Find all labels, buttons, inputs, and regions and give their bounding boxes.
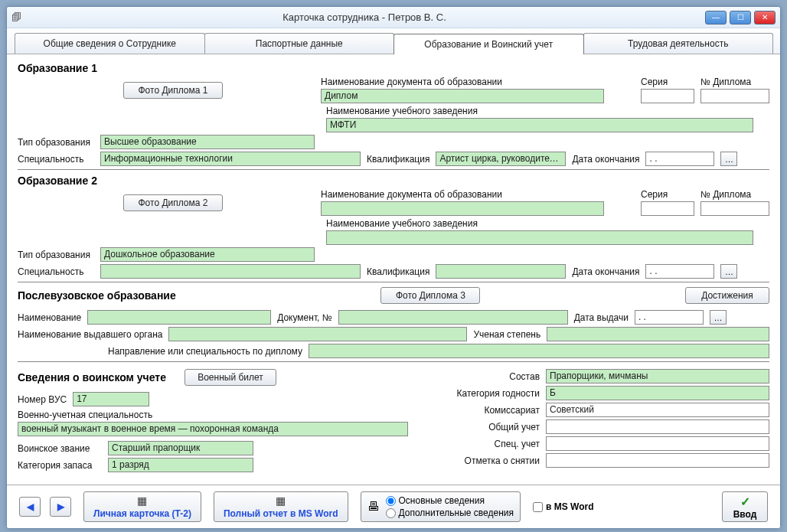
edu2-date-picker-button[interactable]: … xyxy=(720,264,737,279)
opt-basic[interactable]: Основные сведения xyxy=(386,495,514,506)
edu1-end-field[interactable]: . . xyxy=(645,152,714,166)
mil-rank-field[interactable]: Старший прапорщик xyxy=(108,441,253,455)
edu2-photo-button[interactable]: Фото Диплома 2 xyxy=(123,194,223,211)
post-date-picker-button[interactable]: … xyxy=(710,310,727,325)
post-issue-field[interactable]: . . xyxy=(635,310,704,325)
post-name-field[interactable] xyxy=(87,310,271,325)
edu1-date-picker-button[interactable]: … xyxy=(720,152,737,166)
titlebar: 🗐 Карточка сотрудника - Петров В. С. — ☐… xyxy=(7,7,780,28)
edu2-spec-field[interactable] xyxy=(100,264,361,279)
mil-gen-label: Общий учет xyxy=(448,422,540,432)
app-icon: 🗐 xyxy=(11,11,24,24)
post-dir-label: Направление или специальность по диплому xyxy=(108,346,302,357)
mil-sostav-label: Состав xyxy=(448,371,540,382)
mil-komis-label: Комиссариат xyxy=(448,405,540,416)
post-name-label: Наименование xyxy=(18,312,81,323)
edu2-qual-field[interactable] xyxy=(436,264,566,279)
maximize-button[interactable]: ☐ xyxy=(730,11,751,24)
edu2-number-field[interactable] xyxy=(700,201,769,216)
post-organ-label: Наименование выдавшего органа xyxy=(18,329,162,340)
edu1-photo-button[interactable]: Фото Диплома 1 xyxy=(123,82,223,99)
post-photo-button[interactable]: Фото Диплома 3 xyxy=(380,287,480,304)
mil-mark-label: Отметка о снятии xyxy=(448,455,540,466)
document-icon: ▦ xyxy=(137,494,147,507)
check-icon: ✓ xyxy=(740,494,750,509)
prev-button[interactable]: ◀ xyxy=(19,497,41,517)
personal-card-button[interactable]: ▦ Личная карточка (T-2) xyxy=(83,491,201,522)
edu1-end-label: Дата окончания xyxy=(572,154,639,165)
post-head: Послевузовское образование xyxy=(18,289,176,302)
edu1-series-label: Серия xyxy=(641,77,694,87)
window-title: Карточка сотрудника - Петров В. С. xyxy=(24,11,705,23)
edu1-doc-field[interactable]: Диплом xyxy=(321,89,604,103)
edu2-series-field[interactable] xyxy=(641,201,694,216)
edu2-inst-label: Наименование учебного заведения xyxy=(326,218,769,229)
edu1-series-field[interactable] xyxy=(641,89,694,103)
post-organ-field[interactable] xyxy=(168,327,467,341)
mil-vusspec-field[interactable]: военный музыкант в военное время — похор… xyxy=(18,422,408,436)
mil-spec-field[interactable] xyxy=(546,436,769,451)
edu1-doc-label: Наименование документа об образовании xyxy=(321,77,635,87)
mil-head: Сведения о воинском учете xyxy=(18,371,166,383)
mil-sostav-field[interactable]: Прапорщики, мичманы xyxy=(546,369,769,383)
edu2-head: Образование 2 xyxy=(18,175,769,187)
post-degree-label: Ученая степень xyxy=(473,329,540,340)
printer-icon: 🖶 xyxy=(367,500,380,514)
edu2-type-label: Тип образования xyxy=(18,250,94,260)
opt-additional[interactable]: Дополнительные сведения xyxy=(386,508,514,518)
tab-general[interactable]: Общие сведения о Сотруднике xyxy=(15,33,205,54)
tab-passport[interactable]: Паспортные данные xyxy=(204,33,395,54)
radio-basic[interactable] xyxy=(386,496,396,506)
mil-komis-field[interactable]: Советский xyxy=(546,403,769,417)
mil-vus-field[interactable]: 17 xyxy=(73,392,149,406)
mil-fit-label: Категория годности xyxy=(448,388,540,399)
mil-spec-label: Спец. учет xyxy=(448,439,540,449)
edu2-end-field[interactable]: . . xyxy=(645,264,714,279)
window: 🗐 Карточка сотрудника - Петров В. С. — ☐… xyxy=(6,6,781,529)
post-degree-field[interactable] xyxy=(547,327,769,341)
enter-button[interactable]: ✓ Ввод xyxy=(722,491,768,522)
edu2-type-field[interactable]: Дошкольное образование xyxy=(100,247,315,262)
edu1-qual-field[interactable]: Артист цирка, руководитель и xyxy=(436,152,566,166)
msword-checkbox-label[interactable]: в MS Word xyxy=(533,501,593,512)
post-docnum-field[interactable] xyxy=(338,310,568,325)
mil-ticket-button[interactable]: Военный билет xyxy=(185,369,276,386)
bottom-bar: ◀ ▶ ▦ Личная карточка (T-2) ▦ Полный отч… xyxy=(7,485,780,528)
enter-label: Ввод xyxy=(733,509,757,520)
mil-reserve-field[interactable]: 1 разряд xyxy=(108,458,253,472)
edu1-number-label: № Диплома xyxy=(700,77,769,87)
report-options-group: 🖶 Основные сведения Дополнительные сведе… xyxy=(361,491,521,522)
edu1-spec-label: Специальность xyxy=(18,154,94,165)
edu1-spec-field[interactable]: Информационные технологии xyxy=(100,152,361,166)
minimize-button[interactable]: — xyxy=(705,11,727,24)
full-report-label: Полный отчет в MS Word xyxy=(224,508,338,519)
achievements-button[interactable]: Достижения xyxy=(685,287,769,304)
edu1-head: Образование 1 xyxy=(18,62,769,74)
edu1-qual-label: Квалификация xyxy=(367,154,429,165)
mil-mark-field[interactable] xyxy=(546,453,769,468)
tab-education[interactable]: Образование и Воинский учет xyxy=(394,34,584,54)
mil-gen-field[interactable] xyxy=(546,419,769,434)
edu2-doc-field[interactable] xyxy=(321,201,604,216)
edu2-doc-label: Наименование документа об образовании xyxy=(321,189,635,200)
edu2-number-label: № Диплома xyxy=(700,189,769,200)
edu1-number-field[interactable] xyxy=(700,89,769,103)
post-dir-field[interactable] xyxy=(309,344,769,358)
document-icon: ▦ xyxy=(276,494,286,507)
msword-checkbox[interactable] xyxy=(533,502,543,512)
tabs: Общие сведения о Сотруднике Паспортные д… xyxy=(7,28,780,54)
edu1-inst-field[interactable]: МФТИ xyxy=(326,118,753,132)
mil-fit-field[interactable]: Б xyxy=(546,386,769,400)
edu2-inst-field[interactable] xyxy=(326,230,753,245)
mil-rank-label: Воинское звание xyxy=(18,443,102,454)
edu1-type-field[interactable]: Высшее образование xyxy=(100,135,315,149)
tab-work[interactable]: Трудовая деятельность xyxy=(583,33,774,54)
mil-reserve-label: Категория запаса xyxy=(18,460,102,471)
post-issue-label: Дата выдачи xyxy=(574,312,629,323)
radio-additional[interactable] xyxy=(386,508,396,518)
full-report-button[interactable]: ▦ Полный отчет в MS Word xyxy=(214,491,348,522)
close-button[interactable]: ✕ xyxy=(754,11,776,24)
edu1-type-label: Тип образования xyxy=(18,137,94,148)
edu1-inst-label: Наименование учебного заведения xyxy=(326,106,769,116)
next-button[interactable]: ▶ xyxy=(50,497,71,517)
